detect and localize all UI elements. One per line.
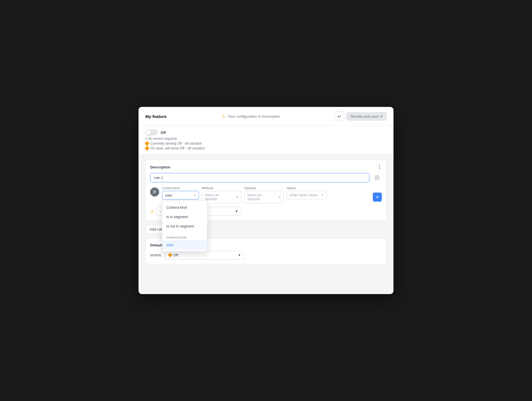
no-requests-status: + No recent requests [145,137,387,141]
description-label: Description [150,165,171,169]
warning-icon: ⚠ [222,114,225,119]
rule-header: Description ⋮ [150,164,382,170]
operator-label: Operator [244,186,284,190]
rule-input-row [150,173,382,182]
condition-fields: Context kind user ▾ Context kind [162,186,370,203]
default-serve-select[interactable]: Off ▾ [165,251,244,259]
dropdown-item-context-kind[interactable]: Context kind [162,203,207,212]
serve-row: SERVE Off ▾ [150,251,382,259]
add-condition-button[interactable]: + [373,193,382,202]
review-save-chevron: ▾ [380,114,382,119]
dropdown-item-is-in-segment-label: is in segment [166,215,188,219]
header: My feature ⚠ Your configuration is incom… [139,107,393,126]
dropdown-item-context-kind-label: Context kind [166,205,187,210]
operator-select[interactable]: Select anoperator ▾ [244,191,284,203]
no-requests-text: + No recent requests [145,137,177,141]
values-group: Values Enter some values ▾ [287,186,326,199]
warning-icon-serve: ⚠ [150,208,154,214]
diamond-icon-serving [145,141,150,146]
default-serve-chevron: ▾ [239,253,241,257]
if-label: IF [153,190,156,194]
feature-toggle[interactable] [145,129,158,136]
diamond-yellow-serve [168,253,173,258]
currently-serving-status: Currently serving Off - off variation [145,142,387,145]
attribute-select[interactable]: Select anattribute ▾ [202,191,241,203]
more-options-button[interactable]: ⋮ [377,164,382,170]
context-kind-dropdown-container: user ▾ Context kind is in segment [162,191,199,200]
operator-chevron: ▾ [279,195,281,199]
attribute-group: Attribute Select anattribute ▾ [202,186,241,203]
context-kind-group: Context kind user ▾ Context kind [162,186,199,200]
condition-row: IF Context kind user ▾ [150,186,382,203]
operator-group: Operator Select anoperator ▾ [244,186,284,203]
operator-placeholder: Select anoperator [247,193,261,201]
rule-section: Description ⋮ IF [145,160,387,220]
attribute-chevron: ▾ [237,195,238,199]
context-kind-label: Context kind [162,186,199,190]
if-badge: IF [150,187,159,197]
dropdown-item-user[interactable]: user [162,240,207,250]
edit-icon [374,175,380,180]
dropdown-section-label: Context kinds [162,233,207,240]
review-save-button[interactable]: Review and save ▾ [346,112,387,121]
values-select[interactable]: Enter some values ▾ [287,191,326,199]
dropdown-item-user-label: user [166,243,173,247]
review-save-label: Review and save [351,114,379,119]
default-serve-value: Off [169,253,178,257]
description-icon-btn[interactable] [372,173,382,182]
dropdown-item-not-in-segment-label: is not in segment [166,224,194,228]
default-serve-text: Off [173,253,178,257]
attribute-label: Attribute [202,186,241,190]
values-chevron: ▾ [322,193,323,197]
diamond-icon-save [145,146,150,151]
dropdown-item-not-in-segment[interactable]: is not in segment [162,221,207,231]
config-warning-text: Your configuration is incomplete [228,114,280,119]
main-window: My feature ⚠ Your configuration is incom… [139,107,393,294]
attribute-placeholder: Select anattribute [205,193,219,201]
on-save-status: On save, will serve Off - off variation [145,146,387,150]
serve-dropdown-chevron: ▾ [236,209,238,213]
context-kind-value: user [165,193,172,197]
currently-serving-text: Currently serving Off - off variation [150,142,202,145]
page-title: My feature [145,114,167,119]
context-kind-select[interactable]: user ▾ [162,191,199,200]
on-save-text: On save, will serve Off - off variation [150,146,205,150]
values-label: Values [287,186,326,190]
toggle-knob [146,130,151,135]
dropdown-item-is-in-segment[interactable]: is in segment [162,212,207,221]
main-content: Description ⋮ IF [139,155,393,269]
toggle-section: Off + No recent requests Currently servi… [139,126,393,155]
toggle-label: Off [161,130,166,135]
description-input[interactable] [150,173,369,182]
toggle-row: Off [145,129,387,136]
header-right: ↩ Review and save ▾ [335,111,387,121]
serve-label: SERVE [150,254,161,257]
context-kind-dropdown-menu: Context kind is in segment is not in seg… [162,201,207,252]
dropdown-divider [162,232,207,232]
values-placeholder: Enter some values [290,193,318,197]
context-kind-chevron: ▾ [194,193,196,197]
header-left: My feature [145,114,167,119]
undo-button[interactable]: ↩ [335,111,344,121]
header-center: ⚠ Your configuration is incomplete [222,114,280,119]
